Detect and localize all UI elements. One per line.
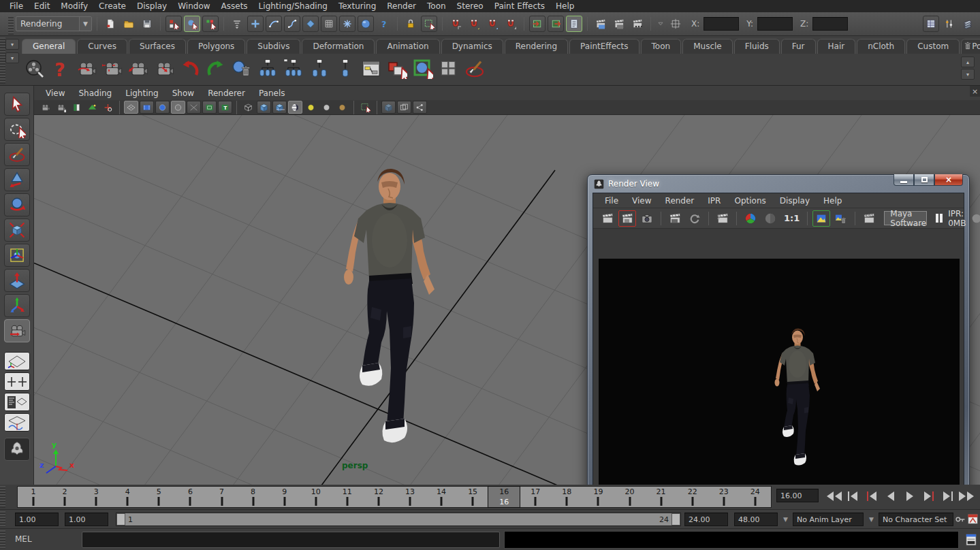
outliner-pane-layout-button[interactable] [4,393,30,411]
menu-assets[interactable]: Assets [216,1,253,12]
frame-tick-23[interactable]: 23 [708,487,740,507]
delete-object-icon[interactable] [230,57,253,80]
shelf-menu-icon[interactable]: ▾ [5,52,19,63]
ipr-render-icon[interactable] [666,210,684,227]
renderer-selector[interactable]: Maya Software [884,211,927,225]
selected-lights-icon[interactable] [335,101,349,114]
anim-layer-dropdown-icon[interactable]: ▼ [783,516,788,523]
anim-layer-selector[interactable]: No Anim Layer [793,513,864,526]
render-view-menu-view[interactable]: View [626,195,657,207]
input-connections-icon[interactable] [529,16,546,32]
last-tool-camera[interactable] [4,319,30,342]
auto-keyframe-icon[interactable] [967,513,979,527]
frame-tick-13[interactable]: 13 [394,487,426,507]
gate-mask-icon[interactable] [171,101,185,114]
frame-tick-5[interactable]: 5 [143,487,174,507]
safe-title-icon[interactable]: T [218,101,232,114]
paint-select-tool[interactable] [4,143,30,166]
graph-pane-layout-button[interactable] [4,413,30,432]
rgb-channels-icon[interactable] [742,210,759,227]
command-language-toggle[interactable]: MEL [15,534,32,544]
smooth-shade-mode-icon[interactable] [257,101,271,114]
output-connections-icon[interactable] [548,16,564,32]
frame-tick-22[interactable]: 22 [677,487,708,507]
viewport-menu-renderer[interactable]: Renderer [202,88,251,99]
snap-magnet-point-icon[interactable] [484,16,501,32]
frame-tick-1[interactable]: 1 [18,487,49,507]
help-line-icon[interactable]: ? [376,16,392,32]
select-hierarchy-icon[interactable] [165,16,182,32]
menu-edit[interactable]: Edit [29,1,55,12]
film-gate-icon[interactable] [140,101,154,114]
play-backwards-button[interactable] [883,487,899,505]
viewport-menu-panels[interactable]: Panels [253,88,291,99]
open-render-settings-icon[interactable] [860,210,878,227]
shelf-tab-curves[interactable]: Curves [77,39,127,54]
coord-menu-icon[interactable] [656,16,665,32]
bookmark-icon[interactable] [69,101,84,114]
minimize-button[interactable] [894,174,914,186]
character-set-selector[interactable]: No Character Set [879,513,953,526]
playback-start-input[interactable] [65,513,108,526]
image-plane-icon[interactable] [85,101,99,114]
lasso-select-tool[interactable] [4,118,30,141]
shade-wireframe-mode-icon[interactable] [272,101,287,114]
viewport-menu-view[interactable]: View [39,88,71,99]
render-view-menu-render[interactable]: Render [659,195,701,207]
ungroup-hierarchy-icon[interactable] [308,57,331,80]
maya-logo[interactable] [4,438,30,461]
shelf-tab-painteffects[interactable]: PaintEffects [569,39,639,54]
four-pane-layout-button[interactable] [4,372,30,391]
polygon-cubes-icon[interactable] [437,57,460,80]
isolate-select-icon[interactable] [358,101,373,114]
frame-tick-9[interactable]: 9 [269,487,300,507]
step-back-key-button[interactable] [844,487,861,505]
shelf-tab-polygons[interactable]: Polygons [187,39,245,54]
close-button[interactable]: × [934,174,963,186]
duplicate-object-icon[interactable] [385,57,409,80]
shelf-grip[interactable] [0,37,5,84]
play-forwards-button[interactable] [902,487,918,505]
track-camera-icon[interactable] [101,57,124,80]
parent-hierarchy-icon[interactable] [282,57,305,80]
shelf-tab-custom[interactable]: Custom [906,39,960,54]
hypergraph-window-icon[interactable] [360,57,383,80]
attribute-editor-icon[interactable] [960,16,976,32]
frame-tick-3[interactable]: 3 [80,487,112,507]
render-view-menu-help[interactable]: Help [817,195,848,207]
menu-lighting-shading[interactable]: Lighting/Shading [253,1,333,12]
safe-action-icon[interactable] [202,101,217,114]
xray-mode-icon[interactable] [381,101,396,114]
shelf-tab-animation[interactable]: Animation [376,39,439,54]
scale-tool[interactable] [4,219,30,242]
assign-shader-icon[interactable] [411,57,434,80]
viewport-menu-shading[interactable]: Shading [72,88,118,99]
menu-render[interactable]: Render [381,1,422,12]
shelf-tab-fur[interactable]: Fur [781,39,816,54]
go-to-start-button[interactable] [825,487,842,505]
playback-range-track[interactable]: 1 24 [116,513,681,526]
render-current-frame-icon[interactable] [592,16,609,32]
range-end-handle[interactable] [671,513,680,525]
move-tool[interactable] [4,168,30,191]
lock-selection-icon[interactable] [402,16,419,32]
remove-image-icon[interactable] [832,210,850,227]
render-view-titlebar[interactable]: Render View × [592,175,964,193]
tumble-camera-icon[interactable] [75,57,98,80]
refresh-shading-icon[interactable] [686,210,704,227]
animation-end-input[interactable] [734,513,778,526]
select-tool[interactable] [4,93,30,116]
menu-stereo[interactable]: Stereo [452,1,489,12]
ipr-render-icon[interactable] [611,16,627,32]
toolbar-grip[interactable] [8,16,14,35]
history-list-icon[interactable] [566,16,582,32]
universal-manipulator-tool[interactable] [4,244,30,267]
xray-joints-icon[interactable] [397,101,411,114]
coord-mode-icon[interactable] [667,16,684,32]
new-scene-icon[interactable] [102,16,118,32]
command-result-field[interactable] [504,531,959,549]
save-scene-icon[interactable] [139,16,155,32]
shelf-tab-menu-icon[interactable]: ▾ [5,39,19,50]
frame-tick-14[interactable]: 14 [426,487,457,507]
paint-effects-brush-icon[interactable] [463,57,486,80]
